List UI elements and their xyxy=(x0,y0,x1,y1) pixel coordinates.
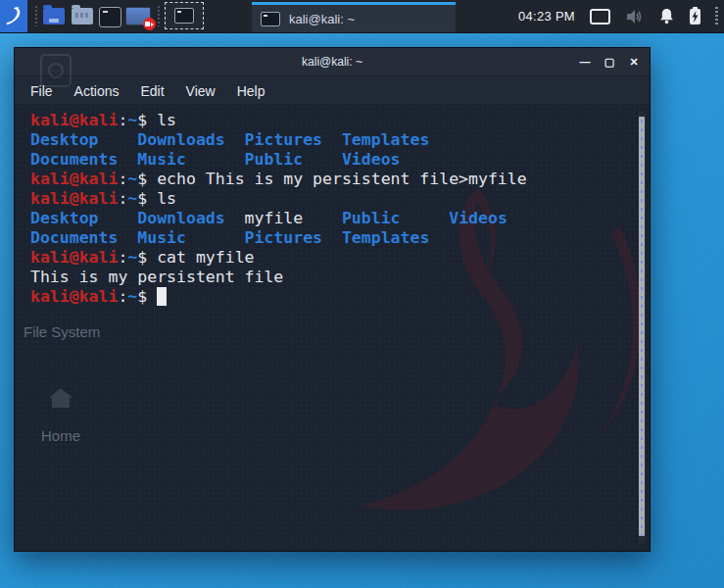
window-menubar: File Actions Edit View Help xyxy=(15,76,650,106)
terminal-line: kali@kali:~$ ls xyxy=(30,189,527,209)
terminal-output[interactable]: kali@kali:~$ lsDesktop Downloads Picture… xyxy=(30,111,527,307)
record-badge-icon xyxy=(143,18,156,30)
terminal-line: kali@kali:~$ xyxy=(30,287,527,307)
desktop-icon-file-system: File System xyxy=(24,323,100,340)
terminal-line: This is my persistent file xyxy=(30,268,527,287)
terminal-launcher[interactable] xyxy=(99,7,121,27)
terminal-line: kali@kali:~$ cat myfile xyxy=(30,248,527,268)
menu-help[interactable]: Help xyxy=(227,80,275,102)
close-button[interactable]: ✕ xyxy=(628,57,640,68)
system-tray: 04:23 PM xyxy=(518,0,718,32)
desktop[interactable]: { "colors": { "accent": "#2f9ee8", "red"… xyxy=(0,0,724,588)
terminal-window: kali@kali: ~ — ▢ ✕ File Actions Edit Vie… xyxy=(14,47,651,552)
folder-launcher[interactable] xyxy=(72,8,93,24)
workspace-terminal-icon xyxy=(174,8,194,24)
panel-separator xyxy=(35,6,37,26)
display-icon[interactable] xyxy=(590,9,610,24)
terminal-line: Desktop Downloads Pictures Templates xyxy=(30,130,527,150)
menu-actions[interactable]: Actions xyxy=(65,80,129,102)
home-icon xyxy=(48,386,73,410)
applications-menu-button[interactable] xyxy=(0,0,27,32)
terminal-body: File System Home kali@kali:~$ lsDesktop … xyxy=(15,104,650,551)
taskbar-button-terminal[interactable]: kali@kali: ~ xyxy=(252,2,456,32)
maximize-button[interactable]: ▢ xyxy=(603,57,615,68)
desktop-icon-home: Home xyxy=(41,427,80,444)
top-panel: kali@kali: ~ 04:23 PM xyxy=(0,0,724,33)
scrollbar-thumb[interactable] xyxy=(639,117,645,536)
terminal-icon xyxy=(261,12,280,26)
terminal-line: Documents Music Public Videos xyxy=(30,150,527,170)
workspace-switcher[interactable] xyxy=(165,2,204,29)
menu-edit[interactable]: Edit xyxy=(130,80,173,102)
terminal-line: kali@kali:~$ ls xyxy=(30,111,527,130)
menu-view[interactable]: View xyxy=(176,80,225,102)
battery-bolt-icon xyxy=(692,11,699,23)
window-controls: — ▢ ✕ xyxy=(579,48,640,75)
notifications-icon[interactable] xyxy=(658,8,675,25)
terminal-line: Documents Music Pictures Templates xyxy=(30,228,527,248)
panel-separator xyxy=(158,6,160,26)
terminal-line: kali@kali:~$ echo This is my persistent … xyxy=(30,170,527,189)
file-manager-launcher[interactable] xyxy=(43,8,65,24)
menu-file[interactable]: File xyxy=(21,80,63,102)
panel-drag-handle[interactable] xyxy=(715,7,718,26)
kali-logo-icon xyxy=(4,6,24,27)
screen-recorder-launcher[interactable] xyxy=(125,7,151,25)
volume-icon[interactable] xyxy=(625,8,644,25)
battery-icon[interactable] xyxy=(690,9,700,24)
clock: 04:23 PM xyxy=(518,9,575,24)
terminal-line: Desktop Downloads myfile Public Videos xyxy=(30,209,527,228)
window-title: kali@kali: ~ xyxy=(302,55,362,69)
window-titlebar[interactable]: kali@kali: ~ — ▢ ✕ xyxy=(15,48,650,76)
taskbar-button-label: kali@kali: ~ xyxy=(289,12,355,26)
minimize-button[interactable]: — xyxy=(579,57,591,68)
